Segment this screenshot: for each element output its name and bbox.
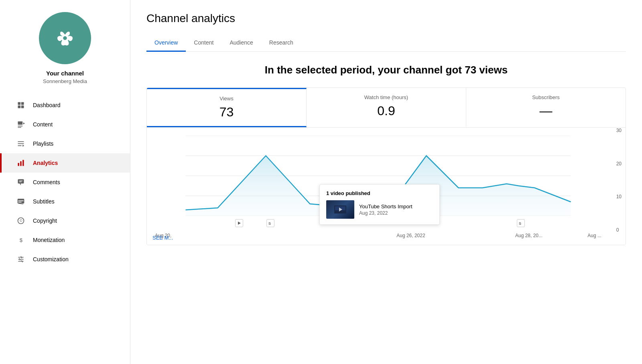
tooltip-popup: 1 video published YouTub — [319, 184, 440, 225]
tooltip-title: 1 video published — [326, 190, 433, 196]
sidebar-item-comments[interactable]: Comments — [0, 173, 130, 192]
svg-rect-5 — [18, 106, 21, 108]
y-label-30: 30 — [616, 128, 622, 133]
stat-tab-watchtime[interactable]: Watch time (hours) 0.9 — [307, 88, 466, 127]
subscribers-value: — — [476, 104, 616, 118]
svg-marker-8 — [23, 122, 25, 124]
svg-text:S: S — [268, 222, 271, 226]
sidebar-item-label: Playlists — [33, 140, 53, 147]
chart-area: 30 20 10 0 S S — [147, 128, 626, 245]
y-label-20: 20 — [616, 161, 622, 167]
subscribers-label: Subscribers — [476, 94, 616, 100]
channel-avatar — [39, 12, 91, 64]
tooltip-video-info: YouTube Shorts Import Aug 23, 2022 — [359, 203, 412, 216]
svg-rect-15 — [18, 163, 19, 166]
sidebar-item-dashboard[interactable]: Dashboard — [0, 96, 130, 115]
stat-tab-views[interactable]: Views 73 — [147, 88, 307, 127]
tab-content[interactable]: Content — [186, 35, 221, 52]
svg-rect-17 — [22, 160, 24, 166]
sidebar-item-subtitles[interactable]: Subtitles — [0, 192, 130, 211]
chart-x-labels: Aug 20, Aug 26, 2022 Aug 28, 20... Aug .… — [155, 230, 601, 245]
subtitles-icon — [16, 197, 26, 206]
svg-text:S: S — [519, 222, 521, 226]
svg-text:©: © — [20, 219, 22, 223]
svg-marker-40 — [238, 222, 241, 225]
sidebar-item-label: Analytics — [33, 160, 58, 166]
svg-rect-4 — [21, 102, 24, 105]
svg-rect-3 — [18, 102, 21, 105]
comments-icon — [16, 177, 26, 187]
sidebar-item-playlists[interactable]: Playlists — [0, 134, 130, 153]
tooltip-video: YouTube Shorts Import Aug 23, 2022 — [326, 200, 433, 219]
content-icon — [16, 120, 26, 129]
copyright-icon: © — [16, 216, 26, 226]
x-label-8: Aug ... — [587, 233, 601, 238]
sidebar-item-analytics[interactable]: Analytics — [0, 153, 130, 173]
sidebar-item-label: Copyright — [33, 218, 57, 224]
svg-point-2 — [63, 36, 67, 41]
customization-icon — [16, 254, 26, 264]
nav-list: Dashboard Content Playlists Analytics Co… — [0, 96, 130, 269]
sidebar-item-label: Customization — [33, 256, 69, 262]
y-label-10: 10 — [616, 194, 622, 199]
tooltip-video-title: YouTube Shorts Import — [359, 203, 412, 209]
svg-line-25 — [18, 203, 23, 204]
chart-y-labels: 30 20 10 0 — [616, 128, 622, 233]
svg-marker-14 — [22, 145, 24, 147]
svg-rect-16 — [20, 161, 21, 166]
tooltip-thumbnail — [326, 200, 354, 219]
x-label-5: Aug 26, 2022 — [396, 233, 425, 238]
svg-marker-19 — [20, 183, 21, 185]
watchtime-value: 0.9 — [316, 104, 456, 118]
main-content: Channel analytics Overview Content Audie… — [130, 0, 642, 364]
channel-title: Your channel — [46, 70, 84, 77]
sidebar-item-content[interactable]: Content — [0, 115, 130, 134]
analytics-headline: In the selected period, your channel got… — [146, 64, 626, 76]
thumbnail-image — [326, 200, 354, 219]
views-label: Views — [156, 96, 297, 102]
video-marker-play[interactable] — [235, 219, 243, 227]
dashboard-icon — [16, 100, 26, 110]
page-title: Channel analytics — [146, 12, 626, 25]
svg-rect-22 — [18, 199, 24, 203]
sidebar-item-copyright[interactable]: © Copyright — [0, 211, 130, 230]
svg-rect-18 — [18, 179, 24, 184]
stats-container: Views 73 Watch time (hours) 0.9 Subscrib… — [146, 87, 626, 245]
sidebar-item-customization[interactable]: Customization — [0, 250, 130, 269]
tab-research[interactable]: Research — [261, 35, 301, 52]
stats-tabs: Views 73 Watch time (hours) 0.9 Subscrib… — [147, 88, 626, 128]
sidebar-item-label: Monetization — [33, 237, 65, 243]
see-more-link[interactable]: SEE M... — [152, 235, 173, 241]
tab-overview[interactable]: Overview — [146, 35, 186, 52]
y-label-0: 0 — [616, 227, 622, 233]
svg-rect-6 — [21, 106, 24, 108]
channel-subtitle: Sonnenberg Media — [43, 78, 87, 84]
sidebar-item-label: Comments — [33, 179, 60, 185]
tooltip-video-date: Aug 23, 2022 — [359, 210, 412, 216]
svg-rect-7 — [18, 122, 23, 125]
tabs-bar: Overview Content Audience Research — [146, 35, 626, 52]
watchtime-label: Watch time (hours) — [316, 94, 456, 100]
playlists-icon — [16, 139, 26, 148]
sidebar-item-label: Subtitles — [33, 198, 55, 205]
video-marker-shorts-2[interactable]: S — [517, 219, 525, 227]
x-label-7: Aug 28, 20... — [515, 233, 542, 238]
sidebar-item-monetization[interactable]: $ Monetization — [0, 230, 130, 250]
sidebar-item-label: Content — [33, 121, 53, 128]
analytics-icon — [16, 158, 26, 168]
tab-audience[interactable]: Audience — [221, 35, 261, 52]
sidebar-item-label: Dashboard — [33, 102, 61, 108]
monetization-icon: $ — [16, 235, 26, 245]
views-value: 73 — [156, 105, 297, 120]
video-marker-shorts[interactable]: S — [266, 219, 274, 227]
sidebar: Your channel Sonnenberg Media Dashboard … — [0, 0, 130, 364]
stat-tab-subscribers[interactable]: Subscribers — — [466, 88, 626, 127]
svg-text:$: $ — [20, 237, 23, 243]
